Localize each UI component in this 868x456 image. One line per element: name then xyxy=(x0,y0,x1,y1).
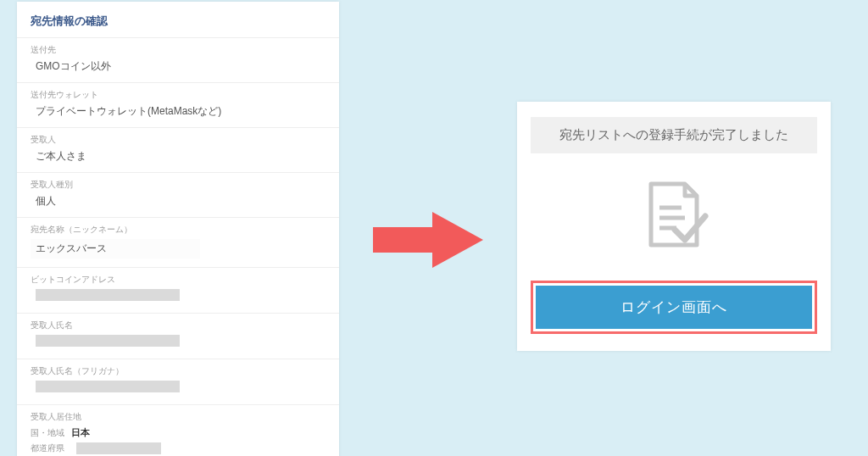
svg-marker-0 xyxy=(373,212,483,268)
confirmation-panel: 宛先情報の確認 送付先 GMOコイン以外 送付先ウォレット プライベートウォレッ… xyxy=(17,2,339,456)
recipient-name-label: 受取人氏名 xyxy=(31,320,326,331)
success-message: 宛先リストへの登録手続が完了しました xyxy=(531,117,817,153)
recipient-type-value: 個人 xyxy=(31,194,326,209)
recipient-name-kana-label: 受取人氏名（フリガナ） xyxy=(31,365,326,377)
prefecture-label: 都道府県 xyxy=(31,442,64,454)
field-destination: 送付先 GMOコイン以外 xyxy=(17,37,339,82)
arrow-icon xyxy=(373,212,483,268)
field-recipient: 受取人 ご本人さま xyxy=(17,127,339,172)
field-nickname: 宛先名称（ニックネーム） エックスバース xyxy=(17,217,339,267)
document-check-icon xyxy=(531,177,817,253)
field-recipient-name-kana: 受取人氏名（フリガナ） xyxy=(17,359,339,404)
destination-value: GMOコイン以外 xyxy=(31,59,326,74)
recipient-type-label: 受取人種別 xyxy=(31,179,326,191)
success-panel: 宛先リストへの登録手続が完了しました ログイン画面へ xyxy=(517,102,831,351)
recipient-name-masked xyxy=(36,335,180,347)
wallet-label: 送付先ウォレット xyxy=(31,89,326,101)
recipient-label: 受取人 xyxy=(31,134,326,146)
nickname-value[interactable]: エックスバース xyxy=(31,239,200,259)
wallet-value: プライベートウォレット(MetaMaskなど) xyxy=(31,104,326,119)
nickname-label: 宛先名称（ニックネーム） xyxy=(31,224,326,236)
residence-label: 受取人居住地 xyxy=(31,411,326,423)
recipient-value: ご本人さま xyxy=(31,149,326,164)
btc-address-masked xyxy=(36,289,180,301)
field-btc-address: ビットコインアドレス xyxy=(17,267,339,313)
field-residence: 受取人居住地 国・地域 日本 都道府県 xyxy=(17,404,339,456)
login-button-highlight: ログイン画面へ xyxy=(531,281,817,334)
field-recipient-name: 受取人氏名 xyxy=(17,313,339,359)
btc-address-label: ビットコインアドレス xyxy=(31,274,326,286)
destination-label: 送付先 xyxy=(31,44,326,56)
recipient-name-kana-masked xyxy=(36,381,180,392)
country-value: 日本 xyxy=(71,426,90,439)
field-recipient-type: 受取人種別 個人 xyxy=(17,172,339,217)
prefecture-masked xyxy=(76,442,161,454)
country-label: 国・地域 xyxy=(31,427,64,439)
panel-title: 宛先情報の確認 xyxy=(17,2,339,37)
field-wallet: 送付先ウォレット プライベートウォレット(MetaMaskなど) xyxy=(17,82,339,127)
login-button[interactable]: ログイン画面へ xyxy=(536,286,812,329)
